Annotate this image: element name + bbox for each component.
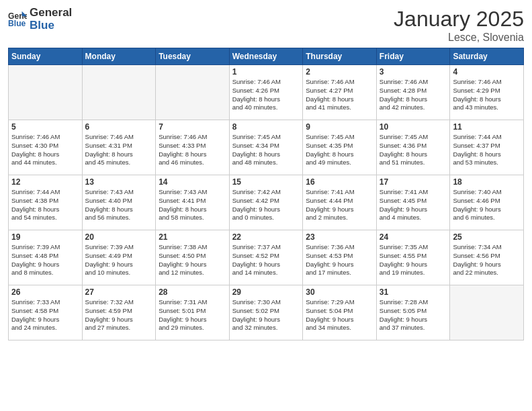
calendar-header-row: SundayMondayTuesdayWednesdayThursdayFrid… [9,48,524,65]
calendar-cell: 18Sunrise: 7:40 AM Sunset: 4:46 PM Dayli… [450,175,524,230]
title-block: January 2025 Lesce, Slovenia [394,7,524,44]
weekday-header: Sunday [9,48,83,65]
day-number: 3 [380,67,447,77]
cell-details: Sunrise: 7:46 AM Sunset: 4:27 PM Dayligh… [306,78,373,112]
cell-details: Sunrise: 7:41 AM Sunset: 4:45 PM Dayligh… [380,188,447,222]
calendar-cell: 6Sunrise: 7:46 AM Sunset: 4:31 PM Daylig… [82,120,156,175]
calendar-cell: 10Sunrise: 7:45 AM Sunset: 4:36 PM Dayli… [376,120,450,175]
cell-details: Sunrise: 7:46 AM Sunset: 4:29 PM Dayligh… [453,78,521,112]
cell-details: Sunrise: 7:46 AM Sunset: 4:30 PM Dayligh… [11,133,79,167]
location-title: Lesce, Slovenia [394,32,524,44]
calendar-cell: 11Sunrise: 7:44 AM Sunset: 4:37 PM Dayli… [450,120,524,175]
cell-details: Sunrise: 7:42 AM Sunset: 4:42 PM Dayligh… [232,188,300,222]
svg-text:Blue: Blue [8,19,26,28]
day-number: 1 [232,67,300,77]
cell-details: Sunrise: 7:33 AM Sunset: 4:58 PM Dayligh… [11,298,79,332]
day-number: 6 [85,122,153,132]
calendar-cell: 25Sunrise: 7:34 AM Sunset: 4:56 PM Dayli… [450,230,524,285]
day-number: 12 [11,177,79,187]
weekday-header: Saturday [450,48,524,65]
calendar-cell: 2Sunrise: 7:46 AM Sunset: 4:27 PM Daylig… [303,65,377,120]
weekday-header: Tuesday [156,48,230,65]
day-number: 13 [85,177,153,187]
day-number: 5 [11,122,79,132]
weekday-header: Friday [376,48,450,65]
cell-details: Sunrise: 7:45 AM Sunset: 4:35 PM Dayligh… [306,133,373,167]
day-number: 16 [306,177,373,187]
day-number: 25 [453,232,521,242]
calendar-week-row: 26Sunrise: 7:33 AM Sunset: 4:58 PM Dayli… [9,285,524,340]
calendar-cell: 22Sunrise: 7:37 AM Sunset: 4:52 PM Dayli… [229,230,303,285]
day-number: 7 [159,122,226,132]
calendar-cell: 28Sunrise: 7:31 AM Sunset: 5:01 PM Dayli… [156,285,230,340]
cell-details: Sunrise: 7:35 AM Sunset: 4:55 PM Dayligh… [380,243,447,277]
header: General Blue General Blue January 2025 L… [8,7,524,44]
calendar-week-row: 1Sunrise: 7:46 AM Sunset: 4:26 PM Daylig… [9,65,524,120]
day-number: 8 [232,122,300,132]
logo-general-text: General [30,7,72,19]
cell-details: Sunrise: 7:30 AM Sunset: 5:02 PM Dayligh… [232,298,300,332]
cell-details: Sunrise: 7:38 AM Sunset: 4:50 PM Dayligh… [159,243,226,277]
day-number: 18 [453,177,521,187]
cell-details: Sunrise: 7:40 AM Sunset: 4:46 PM Dayligh… [453,188,521,222]
calendar-cell: 19Sunrise: 7:39 AM Sunset: 4:48 PM Dayli… [9,230,83,285]
cell-details: Sunrise: 7:45 AM Sunset: 4:36 PM Dayligh… [380,133,447,167]
cell-details: Sunrise: 7:34 AM Sunset: 4:56 PM Dayligh… [453,243,521,277]
calendar-cell: 27Sunrise: 7:32 AM Sunset: 4:59 PM Dayli… [82,285,156,340]
calendar-cell [450,285,524,340]
day-number: 22 [232,232,300,242]
calendar-cell: 9Sunrise: 7:45 AM Sunset: 4:35 PM Daylig… [303,120,377,175]
cell-details: Sunrise: 7:29 AM Sunset: 5:04 PM Dayligh… [306,298,373,332]
cell-details: Sunrise: 7:36 AM Sunset: 4:53 PM Dayligh… [306,243,373,277]
cell-details: Sunrise: 7:39 AM Sunset: 4:49 PM Dayligh… [85,243,153,277]
calendar-cell: 4Sunrise: 7:46 AM Sunset: 4:29 PM Daylig… [450,65,524,120]
cell-details: Sunrise: 7:46 AM Sunset: 4:31 PM Dayligh… [85,133,153,167]
calendar-cell: 13Sunrise: 7:43 AM Sunset: 4:40 PM Dayli… [82,175,156,230]
calendar-cell: 24Sunrise: 7:35 AM Sunset: 4:55 PM Dayli… [376,230,450,285]
calendar-cell: 1Sunrise: 7:46 AM Sunset: 4:26 PM Daylig… [229,65,303,120]
day-number: 29 [232,287,300,297]
cell-details: Sunrise: 7:41 AM Sunset: 4:44 PM Dayligh… [306,188,373,222]
weekday-header: Thursday [303,48,377,65]
cell-details: Sunrise: 7:46 AM Sunset: 4:26 PM Dayligh… [232,78,300,112]
cell-details: Sunrise: 7:37 AM Sunset: 4:52 PM Dayligh… [232,243,300,277]
main-container: General Blue General Blue January 2025 L… [0,0,532,347]
calendar-cell: 5Sunrise: 7:46 AM Sunset: 4:30 PM Daylig… [9,120,83,175]
calendar-cell [9,65,83,120]
calendar-cell [156,65,230,120]
calendar-cell: 7Sunrise: 7:46 AM Sunset: 4:33 PM Daylig… [156,120,230,175]
calendar-cell [82,65,156,120]
cell-details: Sunrise: 7:46 AM Sunset: 4:33 PM Dayligh… [159,133,226,167]
cell-details: Sunrise: 7:45 AM Sunset: 4:34 PM Dayligh… [232,133,300,167]
day-number: 2 [306,67,373,77]
day-number: 11 [453,122,521,132]
day-number: 20 [85,232,153,242]
day-number: 14 [159,177,226,187]
day-number: 4 [453,67,521,77]
calendar-cell: 8Sunrise: 7:45 AM Sunset: 4:34 PM Daylig… [229,120,303,175]
calendar-cell: 17Sunrise: 7:41 AM Sunset: 4:45 PM Dayli… [376,175,450,230]
calendar-cell: 26Sunrise: 7:33 AM Sunset: 4:58 PM Dayli… [9,285,83,340]
logo: General Blue General Blue [8,7,72,32]
calendar-cell: 21Sunrise: 7:38 AM Sunset: 4:50 PM Dayli… [156,230,230,285]
day-number: 24 [380,232,447,242]
calendar-cell: 15Sunrise: 7:42 AM Sunset: 4:42 PM Dayli… [229,175,303,230]
weekday-header: Monday [82,48,156,65]
calendar-cell: 20Sunrise: 7:39 AM Sunset: 4:49 PM Dayli… [82,230,156,285]
day-number: 15 [232,177,300,187]
cell-details: Sunrise: 7:43 AM Sunset: 4:40 PM Dayligh… [85,188,153,222]
day-number: 10 [380,122,447,132]
cell-details: Sunrise: 7:46 AM Sunset: 4:28 PM Dayligh… [380,78,447,112]
weekday-header: Wednesday [229,48,303,65]
day-number: 21 [159,232,226,242]
day-number: 26 [11,287,79,297]
cell-details: Sunrise: 7:31 AM Sunset: 5:01 PM Dayligh… [159,298,226,332]
cell-details: Sunrise: 7:32 AM Sunset: 4:59 PM Dayligh… [85,298,153,332]
calendar-cell: 3Sunrise: 7:46 AM Sunset: 4:28 PM Daylig… [376,65,450,120]
calendar-cell: 14Sunrise: 7:43 AM Sunset: 4:41 PM Dayli… [156,175,230,230]
calendar-week-row: 5Sunrise: 7:46 AM Sunset: 4:30 PM Daylig… [9,120,524,175]
day-number: 19 [11,232,79,242]
calendar-cell: 23Sunrise: 7:36 AM Sunset: 4:53 PM Dayli… [303,230,377,285]
calendar-cell: 29Sunrise: 7:30 AM Sunset: 5:02 PM Dayli… [229,285,303,340]
cell-details: Sunrise: 7:39 AM Sunset: 4:48 PM Dayligh… [11,243,79,277]
